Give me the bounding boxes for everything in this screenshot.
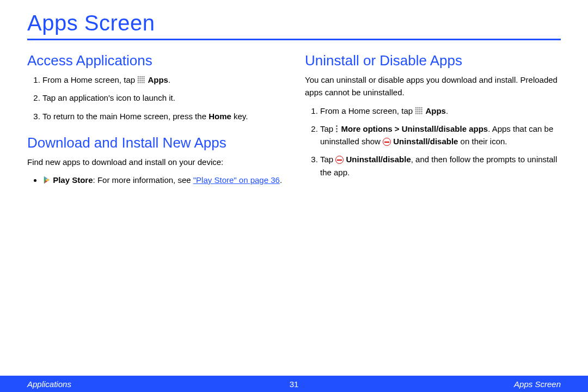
svg-point-24 <box>421 107 422 108</box>
svg-point-27 <box>419 109 421 111</box>
svg-point-36 <box>421 113 422 114</box>
download-intro: Find new apps to download and install on… <box>27 156 283 168</box>
uninstall-step-2: Tap More options > Uninstall/disable app… <box>320 122 561 148</box>
text: key. <box>231 112 248 121</box>
svg-point-9 <box>139 80 141 82</box>
play-store-label: Play Store <box>53 175 93 185</box>
uninstall-step-1: From a Home screen, tap Apps. <box>320 105 561 117</box>
uninstall-disable-icon <box>335 156 344 164</box>
text: on their icon. <box>458 137 507 146</box>
svg-point-8 <box>138 80 139 82</box>
svg-point-28 <box>421 109 422 111</box>
home-key-label: Home <box>209 112 231 121</box>
svg-point-13 <box>139 82 141 83</box>
heading-uninstall-disable: Uninstall or Disable Apps <box>305 52 561 69</box>
svg-point-12 <box>138 82 139 83</box>
svg-point-6 <box>142 78 143 79</box>
uninstall-intro: You can uninstall or disable apps you do… <box>305 74 561 99</box>
heading-download-install: Download and Install New Apps <box>27 134 283 151</box>
text: Tap <box>320 155 335 164</box>
svg-point-30 <box>417 111 419 112</box>
svg-point-14 <box>142 82 143 83</box>
uninstall-disable-label: Uninstall/disable <box>393 137 458 146</box>
right-column: Uninstall or Disable Apps You can uninst… <box>305 50 561 192</box>
text: Tap <box>320 124 335 133</box>
page-title: Apps Screen <box>27 11 561 40</box>
uninstall-disable-label: Uninstall/disable <box>346 155 411 164</box>
svg-point-32 <box>421 111 422 112</box>
svg-point-29 <box>415 111 417 112</box>
svg-point-1 <box>139 76 141 78</box>
more-options-path: More options > Uninstall/disable apps <box>341 124 488 133</box>
svg-point-4 <box>138 78 139 79</box>
svg-point-25 <box>415 109 417 111</box>
svg-point-2 <box>142 76 143 78</box>
more-options-icon <box>335 125 339 133</box>
footer-page-title: Apps Screen <box>514 379 561 389</box>
text: . <box>168 75 170 84</box>
two-column-layout: Access Applications From a Home screen, … <box>27 50 561 192</box>
text: From a Home screen, tap <box>42 75 137 84</box>
text: . <box>446 106 448 115</box>
text: : For more information, see <box>93 175 193 185</box>
svg-point-26 <box>417 109 419 111</box>
svg-point-5 <box>139 78 141 79</box>
download-bullet-list: Play Store: For more information, see "P… <box>27 174 283 186</box>
svg-point-33 <box>415 113 417 114</box>
svg-point-10 <box>142 80 143 82</box>
apps-label: Apps <box>425 106 446 115</box>
apps-grid-icon <box>137 75 145 83</box>
svg-point-31 <box>419 111 421 112</box>
uninstall-step-3: Tap Uninstall/disable, and then follow t… <box>320 153 561 179</box>
svg-point-15 <box>143 82 145 83</box>
access-step-2: Tap an application's icon to launch it. <box>42 91 283 104</box>
access-step-3: To return to the main Home screen, press… <box>42 110 283 122</box>
footer-page-number: 31 <box>290 379 299 389</box>
svg-point-0 <box>138 76 139 78</box>
text: To return to the main Home screen, press… <box>42 112 209 121</box>
left-column: Access Applications From a Home screen, … <box>27 50 283 192</box>
access-steps-list: From a Home screen, tap Apps. Tap an app… <box>27 74 283 122</box>
svg-point-21 <box>415 107 417 108</box>
uninstall-steps-list: From a Home screen, tap Apps. Tap More o… <box>305 105 561 179</box>
svg-point-22 <box>417 107 419 108</box>
access-step-1: From a Home screen, tap Apps. <box>42 74 283 86</box>
play-store-icon <box>42 175 51 183</box>
footer-section-label: Applications <box>27 379 71 389</box>
text: . <box>280 175 282 185</box>
page: Apps Screen Access Applications From a H… <box>0 0 588 392</box>
content-area: Apps Screen Access Applications From a H… <box>0 0 588 192</box>
heading-access-applications: Access Applications <box>27 52 283 69</box>
svg-point-3 <box>143 76 145 78</box>
text: From a Home screen, tap <box>320 106 415 115</box>
svg-point-35 <box>419 113 421 114</box>
play-store-item: Play Store: For more information, see "P… <box>42 174 283 186</box>
uninstall-disable-icon <box>383 138 391 146</box>
page-footer: Applications 31 Apps Screen <box>0 376 588 392</box>
apps-grid-icon <box>415 106 423 114</box>
play-store-link[interactable]: "Play Store" on page 36 <box>193 175 280 185</box>
svg-point-34 <box>417 113 419 114</box>
apps-label: Apps <box>148 75 168 84</box>
svg-point-23 <box>419 107 421 108</box>
svg-point-11 <box>143 80 145 82</box>
svg-point-7 <box>143 78 145 79</box>
